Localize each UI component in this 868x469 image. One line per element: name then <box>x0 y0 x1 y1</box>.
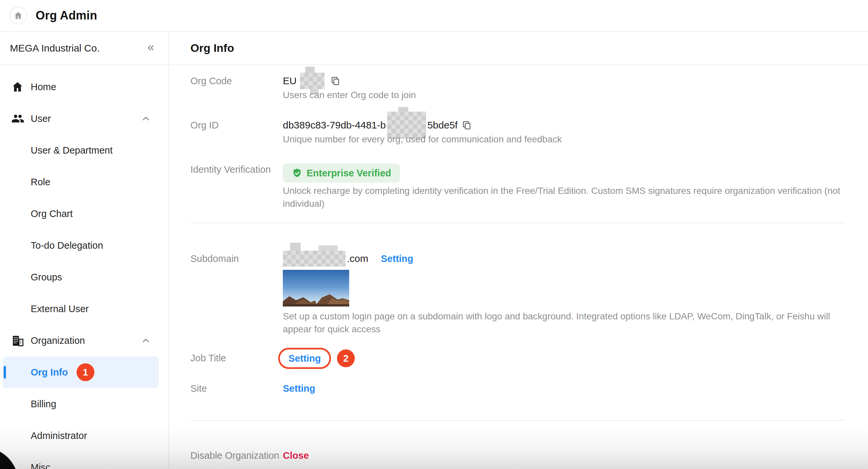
job-title-label: Job Title <box>190 351 226 365</box>
sidebar-item-label: Role <box>31 177 51 187</box>
sidebar-item-label: External User <box>31 303 89 315</box>
sidebar-item-todo-delegation[interactable]: To-do Delegation <box>0 230 169 261</box>
sidebar-item-groups[interactable]: Groups <box>0 261 169 293</box>
sidebar-item-label: Organization <box>31 335 85 346</box>
building-icon <box>11 334 31 347</box>
redacted-subdomain <box>283 251 346 267</box>
sidebar-item-label: Home <box>31 82 56 92</box>
org-id-label: Org ID <box>190 118 218 133</box>
page-title: Org Info <box>190 41 234 55</box>
org-code-label: Org Code <box>190 74 232 88</box>
shield-check-icon <box>292 168 302 178</box>
sidebar-item-label: To-do Delegation <box>31 240 103 251</box>
sidebar-item-label: User & Department <box>31 145 113 156</box>
subdomain-suffix: .com <box>347 253 368 264</box>
sidebar-item-user[interactable]: User <box>0 103 169 135</box>
sidebar-item-label: Org Info <box>31 367 68 378</box>
sidebar-item-label: User <box>31 113 51 124</box>
org-code-value: EU <box>283 74 340 88</box>
sidebar-item-billing[interactable]: Billing <box>0 388 169 420</box>
sidebar-item-administrator[interactable]: Administrator <box>0 420 169 451</box>
sidebar-item-external-user[interactable]: External User <box>0 293 169 325</box>
subdomain-desc: Set up a custom login page on a subdomai… <box>283 310 844 335</box>
login-page-preview-image <box>283 270 349 306</box>
sidebar-item-misc[interactable]: Misc. <box>0 451 169 469</box>
sidebar-menu: Home User User & Department Role Org Cha… <box>0 65 169 469</box>
org-name: MEGA Industrial Co. <box>10 42 100 54</box>
section-divider <box>190 420 845 421</box>
step-badge-2: 2 <box>337 349 355 367</box>
page-header: Org Info <box>170 32 868 65</box>
disable-organization-close-link[interactable]: Close <box>283 450 309 461</box>
users-icon <box>11 112 31 125</box>
sidebar-item-org-info[interactable]: Org Info 1 <box>3 356 159 388</box>
copy-org-id-button[interactable] <box>462 120 472 130</box>
site-label: Site <box>190 381 207 396</box>
identity-verification-desc: Unlock recharge by completing identity v… <box>283 184 868 210</box>
annotation-highlight-ellipse: Setting <box>278 348 331 369</box>
app-title: Org Admin <box>36 8 97 23</box>
sidebar-header: MEGA Industrial Co. « <box>0 32 169 65</box>
sidebar-item-organization[interactable]: Organization <box>0 325 169 356</box>
org-info-panel: Org Info Org Code EU Users can enter Org… <box>170 32 868 469</box>
job-title-setting-link[interactable]: Setting <box>288 353 321 364</box>
org-id-prefix: db389c83-79db-4481-b <box>283 120 386 131</box>
sidebar: MEGA Industrial Co. « Home User User & D… <box>0 32 169 469</box>
collapse-sidebar-icon[interactable]: « <box>148 41 154 55</box>
home-icon <box>13 11 23 20</box>
section-divider <box>190 223 845 223</box>
copy-icon <box>330 76 340 86</box>
org-id-suffix: 5bde5f <box>427 120 458 131</box>
identity-verification-label: Identity Verification <box>190 162 271 177</box>
enterprise-verified-badge: Enterprise Verified <box>283 164 400 183</box>
sidebar-item-label: Administrator <box>31 430 87 441</box>
subdomain-label: Subdomain <box>190 251 239 266</box>
sidebar-item-label: Org Chart <box>31 208 72 219</box>
sidebar-item-user-department[interactable]: User & Department <box>0 135 169 166</box>
verified-badge-label: Enterprise Verified <box>307 168 391 179</box>
redacted-org-code <box>300 73 324 89</box>
chevron-up-icon <box>140 335 152 346</box>
org-id-desc: Unique number for every org, used for co… <box>283 133 562 146</box>
disable-organization-label: Disable Organization <box>190 448 279 463</box>
org-code-prefix: EU <box>283 75 297 87</box>
subdomain-value: .com Setting <box>283 251 413 266</box>
sidebar-item-home[interactable]: Home <box>0 71 169 103</box>
sidebar-item-label: Billing <box>31 399 56 410</box>
org-code-desc: Users can enter Org code to join <box>283 89 416 101</box>
step-badge-1: 1 <box>76 363 94 381</box>
copy-org-code-button[interactable] <box>330 76 340 86</box>
subdomain-setting-link[interactable]: Setting <box>381 253 413 264</box>
copy-icon <box>462 120 472 130</box>
org-id-value: db389c83-79db-4481-b 5bde5f <box>283 118 472 133</box>
sidebar-item-label: Groups <box>31 272 62 283</box>
sidebar-item-label: Misc. <box>31 462 53 469</box>
disable-organization-value: Close <box>283 448 309 463</box>
home-icon <box>11 81 31 93</box>
site-setting-link[interactable]: Setting <box>283 383 315 394</box>
home-button[interactable] <box>9 7 27 24</box>
sidebar-item-org-chart[interactable]: Org Chart <box>0 198 169 230</box>
active-indicator <box>4 366 6 379</box>
top-bar: Org Admin <box>0 0 868 32</box>
sidebar-item-role[interactable]: Role <box>0 166 169 198</box>
site-value: Setting <box>283 381 315 396</box>
chevron-up-icon <box>140 113 152 124</box>
